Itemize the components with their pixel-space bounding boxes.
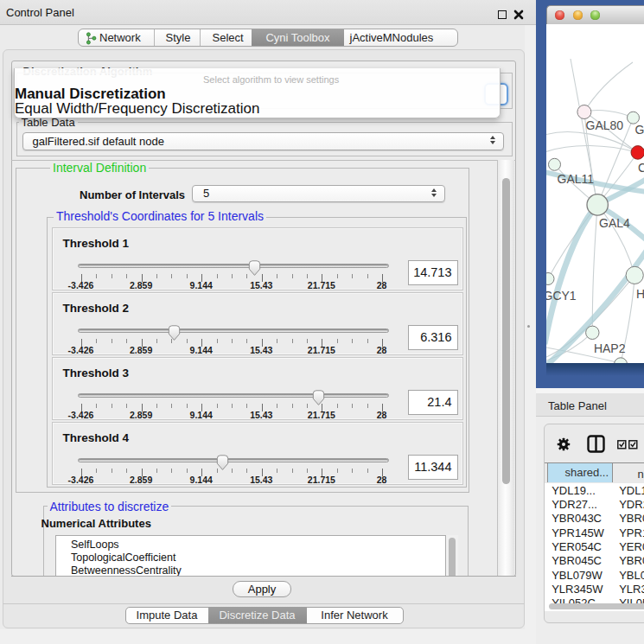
svg-text:C: C <box>638 161 644 175</box>
svg-text:H: H <box>636 286 644 300</box>
svg-text:GAL80: GAL80 <box>585 118 623 131</box>
svg-text:GAL4: GAL4 <box>599 216 630 230</box>
svg-text:HAP2: HAP2 <box>593 341 625 355</box>
svg-text:GAL11: GAL11 <box>557 172 594 186</box>
svg-text:GA: GA <box>634 122 644 136</box>
svg-text:GCY1: GCY1 <box>546 288 577 302</box>
